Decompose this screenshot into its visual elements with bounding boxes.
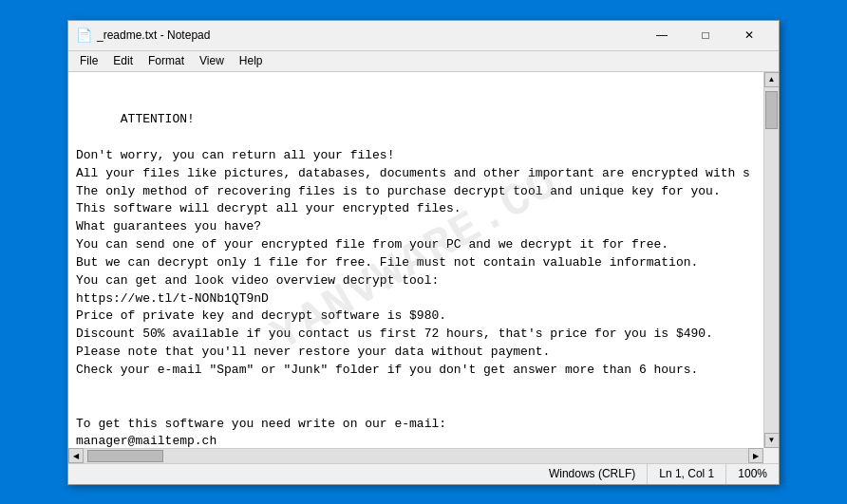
- scroll-thumb[interactable]: [765, 91, 778, 129]
- app-icon: 📄: [76, 28, 91, 43]
- menu-bar: File Edit Format View Help: [68, 51, 779, 72]
- menu-edit[interactable]: Edit: [105, 52, 141, 69]
- scroll-down-button[interactable]: ▼: [764, 433, 780, 448]
- vertical-scrollbar[interactable]: ▲ ▼: [763, 72, 779, 448]
- title-bar: 📄 _readme.txt - Notepad — □ ✕: [68, 21, 779, 51]
- zoom-status: 100%: [726, 464, 779, 484]
- encoding-status: Windows (CRLF): [537, 464, 648, 484]
- menu-view[interactable]: View: [192, 52, 232, 69]
- scrollbar-corner: [763, 448, 779, 463]
- editor-text: ATTENTION! Don't worry, you can return a…: [76, 112, 750, 447]
- position-status: Ln 1, Col 1: [648, 464, 726, 484]
- menu-format[interactable]: Format: [141, 52, 192, 69]
- zoom-label: 100%: [738, 467, 767, 480]
- scroll-track[interactable]: [764, 87, 779, 433]
- window-controls: — □ ✕: [640, 20, 771, 50]
- horizontal-scrollbar[interactable]: ◀ ▶: [68, 448, 779, 463]
- position-label: Ln 1, Col 1: [659, 467, 714, 480]
- editor-area: YANVWARE.CO ATTENTION! Don't worry, you …: [68, 72, 779, 448]
- scroll-right-button[interactable]: ▶: [748, 448, 763, 463]
- status-bar: Windows (CRLF) Ln 1, Col 1 100%: [68, 463, 779, 484]
- scroll-left-button[interactable]: ◀: [68, 448, 84, 463]
- window-title: _readme.txt - Notepad: [97, 28, 640, 42]
- h-scroll-thumb[interactable]: [87, 450, 163, 462]
- close-button[interactable]: ✕: [727, 20, 771, 50]
- h-scroll-track[interactable]: [84, 449, 748, 463]
- menu-help[interactable]: Help: [232, 52, 271, 69]
- maximize-button[interactable]: □: [684, 20, 727, 50]
- scroll-up-button[interactable]: ▲: [764, 72, 780, 87]
- minimize-button[interactable]: —: [640, 20, 684, 50]
- menu-file[interactable]: File: [72, 52, 105, 69]
- encoding-label: Windows (CRLF): [549, 467, 635, 480]
- notepad-window: 📄 _readme.txt - Notepad — □ ✕ File Edit …: [67, 20, 780, 485]
- text-editor[interactable]: YANVWARE.CO ATTENTION! Don't worry, you …: [68, 72, 763, 448]
